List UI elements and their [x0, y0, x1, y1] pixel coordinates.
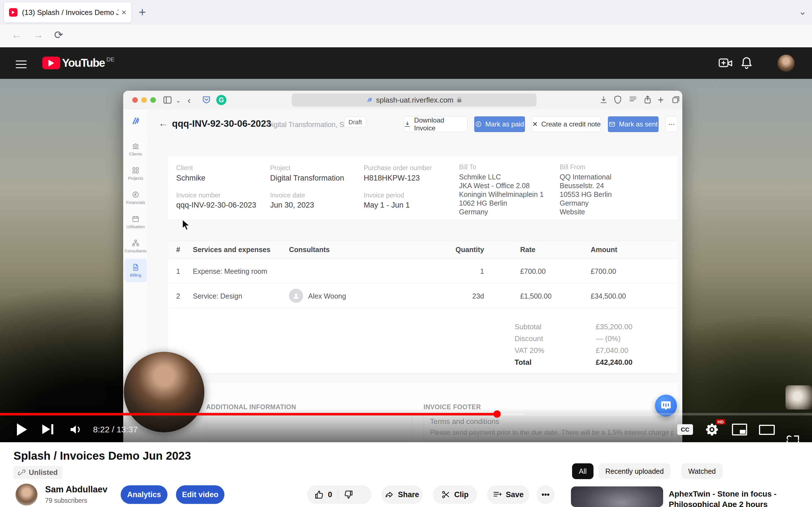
close-traffic-light [132, 97, 138, 103]
line-items-card: # Services and expenses Consultants Quan… [168, 241, 678, 373]
channel-avatar[interactable] [15, 484, 38, 506]
subtitles-button[interactable]: CC [677, 424, 693, 435]
hd-quality-badge: HD [716, 419, 725, 425]
safari-back-icon: ‹ [188, 95, 191, 106]
tab-close-icon[interactable]: × [121, 8, 126, 17]
sidebar-item-utilisation[interactable]: Utilisation [124, 210, 147, 234]
safari-privacy-shield-icon [613, 95, 622, 104]
browser-tab[interactable]: (13) Splash / Invoices Demo Jun × [4, 2, 132, 22]
subscriber-count: 79 subscribers [45, 497, 87, 504]
table-row[interactable]: 2 Service: Design Alex Woong 23d £1,500.… [168, 284, 678, 308]
firefox-toolbar: ← → ⟳ あa [0, 25, 812, 48]
zoom-traffic-light [150, 97, 156, 103]
sidebar-item-billing[interactable]: Billing [124, 259, 147, 282]
field-value: Digital Transformation [270, 174, 344, 182]
ssl-lock-icon [456, 97, 462, 103]
progress-played [0, 413, 497, 415]
next-button[interactable] [42, 424, 53, 434]
invoice-title: qqq-INV-92-30-06-2023 [172, 118, 271, 129]
safari-titlebar: ⌄ ‹ G splash-uat.riverflex.com + [123, 91, 682, 110]
save-button[interactable]: Save [487, 485, 529, 504]
miniplayer-button[interactable] [732, 424, 747, 436]
table-header: # Services and expenses Consultants Quan… [168, 241, 678, 259]
youtube-favicon-icon [9, 8, 17, 17]
share-arrow-icon [385, 490, 394, 499]
edit-video-button[interactable]: Edit video [176, 485, 224, 504]
forward-button[interactable]: → [33, 29, 43, 41]
video-safari-window: ⌄ ‹ G splash-uat.riverflex.com + [123, 91, 682, 442]
org-chart-icon [132, 239, 139, 247]
field-label: Project [270, 164, 290, 172]
account-avatar[interactable] [777, 55, 795, 71]
suggested-video-title[interactable]: AphexTwin - Stone in focus - Philosophic… [669, 489, 807, 507]
create-video-icon[interactable] [718, 56, 732, 69]
youtube-logo[interactable]: YouTube DE [42, 57, 114, 69]
reload-button[interactable]: ⟳ [54, 29, 63, 41]
mark-as-sent-button[interactable]: Mark as sent [608, 116, 659, 132]
chip-watched[interactable]: Watched [681, 463, 723, 479]
consultant-avatar [289, 289, 303, 303]
country-code: DE [106, 56, 114, 63]
player-controls: 8:22 / 13:37 CC HD [0, 417, 812, 442]
share-button[interactable]: Share [382, 485, 423, 504]
field-value: Schmike [176, 174, 206, 182]
download-invoice-button[interactable]: Download Invoice [404, 116, 467, 132]
sidebar-item-projects[interactable]: Projects [124, 162, 147, 185]
tab-title: (13) Splash / Invoices Demo Jun [22, 8, 118, 17]
youtube-masthead: YouTube DE 9+ [0, 47, 812, 79]
minimize-traffic-light [141, 97, 147, 103]
screen: (13) Splash / Invoices Demo Jun × + ⌄ ← … [0, 0, 812, 507]
new-tab-button[interactable]: + [139, 5, 146, 19]
x-icon: ✕ [532, 120, 538, 128]
pocket-extension-icon [202, 95, 211, 105]
safari-address-bar: splash-uat.riverflex.com [292, 94, 537, 107]
reader-view-icon [628, 95, 638, 104]
clip-button[interactable]: Clip [433, 485, 477, 504]
more-actions-button[interactable]: ⋯ [665, 116, 678, 132]
video-player[interactable]: ⌄ ‹ G splash-uat.riverflex.com + [0, 79, 812, 442]
back-button[interactable]: ← [11, 29, 22, 41]
mark-as-paid-button[interactable]: Mark as paid [474, 116, 525, 132]
grid-icon [132, 167, 139, 174]
field-label: Invoice number [176, 191, 220, 199]
theater-mode-button[interactable] [759, 425, 775, 435]
play-button[interactable] [17, 424, 27, 436]
thumbs-down-icon[interactable] [344, 490, 353, 499]
progress-bar[interactable] [0, 413, 812, 415]
pound-circle-icon [475, 121, 482, 128]
time-display: 8:22 / 13:37 [93, 425, 138, 434]
consultant-name: Alex Woong [308, 292, 346, 300]
mouse-cursor [182, 219, 192, 231]
field-label: Purchase order number [364, 164, 432, 172]
guide-menu-icon[interactable] [16, 58, 27, 71]
table-row[interactable]: 1 Expense: Meeting room 1 £700.00 £700.0… [168, 259, 678, 284]
person-icon [292, 292, 300, 300]
visibility-badge: Unlisted [13, 466, 62, 479]
channel-name[interactable]: Sam Abdullaev [45, 485, 107, 495]
list-all-tabs-icon[interactable]: ⌄ [799, 6, 806, 17]
analytics-button[interactable]: Analytics [121, 485, 167, 504]
new-tab-plus-icon: + [658, 94, 664, 106]
splash-app: Clients Projects Financials Utilisation [123, 109, 682, 442]
thumbs-up-icon[interactable] [314, 490, 324, 499]
sidebar-item-financials[interactable]: Financials [124, 186, 147, 210]
sidebar-item-clients[interactable]: Clients [124, 137, 147, 161]
bank-icon [132, 143, 139, 150]
watch-page-below: Splash / Invoices Demo Jun 2023 Unlisted… [0, 442, 812, 507]
back-arrow[interactable]: ← [158, 118, 168, 129]
volume-icon[interactable] [69, 422, 83, 437]
notifications-bell-icon[interactable] [740, 56, 753, 70]
field-value: H818HKPW-123 [364, 174, 420, 182]
sidebar-toggle-icon [163, 95, 172, 105]
sidebar-item-consultants[interactable]: Consultants [124, 234, 147, 258]
chip-all[interactable]: All [572, 463, 594, 479]
chevron-down-icon: ⌄ [175, 97, 181, 104]
suggested-video-thumbnail[interactable] [571, 487, 663, 507]
fullscreen-button[interactable] [786, 436, 799, 442]
envelope-icon [609, 121, 615, 128]
field-label: Client [176, 164, 193, 172]
chip-recently-uploaded[interactable]: Recently uploaded [599, 463, 670, 479]
more-button[interactable]: ••• [537, 485, 555, 504]
calendar-icon [132, 215, 139, 223]
create-credit-note-button[interactable]: ✕ Create a credit note [532, 116, 601, 132]
